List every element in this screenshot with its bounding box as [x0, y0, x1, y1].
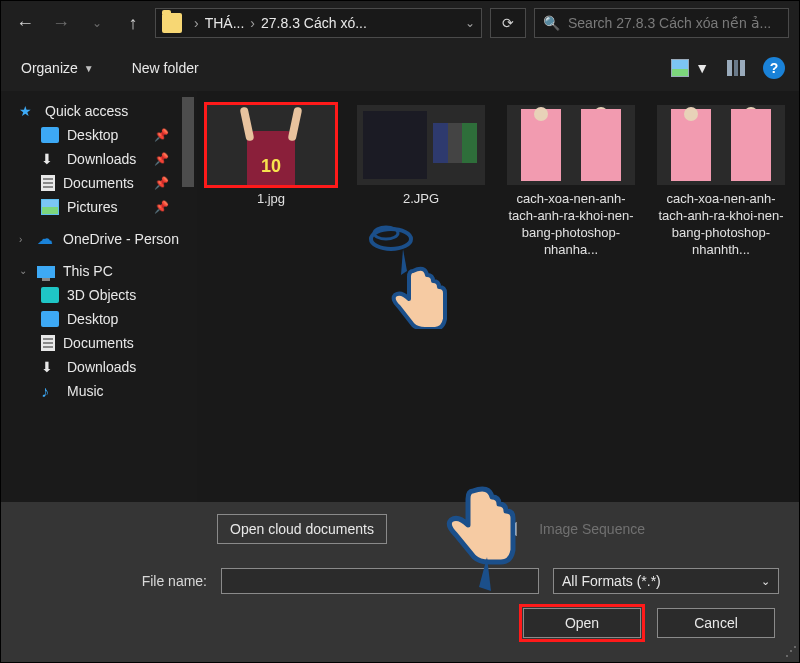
open-button[interactable]: Open: [523, 608, 641, 638]
sidebar-item-downloads[interactable]: Downloads 📌: [1, 147, 197, 171]
chevron-right-icon[interactable]: ›: [19, 234, 29, 245]
nav-tree: ★ Quick access Desktop 📌 Downloads 📌 Doc…: [1, 91, 197, 554]
chevron-right-icon: ›: [194, 15, 199, 31]
resize-grip-icon[interactable]: ⋰: [785, 644, 795, 658]
sidebar-item-documents[interactable]: Documents: [1, 331, 197, 355]
download-icon: [41, 151, 59, 167]
document-icon: [41, 335, 55, 351]
organize-label: Organize: [21, 60, 78, 76]
sidebar-item-quick-access[interactable]: ★ Quick access: [1, 99, 197, 123]
sidebar-item-label: Downloads: [67, 151, 136, 167]
open-cloud-documents-button[interactable]: Open cloud documents: [217, 514, 387, 544]
recent-dropdown[interactable]: ⌄: [83, 9, 111, 37]
view-thumbnails-button[interactable]: ▼: [667, 58, 709, 78]
download-icon: [41, 359, 59, 375]
cancel-button[interactable]: Cancel: [657, 608, 775, 638]
toolbar: Organize ▼ New folder ▼ ?: [1, 45, 799, 91]
search-placeholder: Search 27.8.3 Cách xóa nền ả...: [568, 15, 780, 31]
preview-pane-icon: [727, 60, 745, 76]
sidebar-item-label: Music: [67, 383, 104, 399]
sidebar-scrollbar[interactable]: ▲ ▼: [179, 91, 197, 554]
document-icon: [41, 175, 55, 191]
file-name: 2.JPG: [357, 191, 485, 208]
file-type-select[interactable]: All Formats (*.*) ⌄: [553, 568, 779, 594]
sidebar-item-label: OneDrive - Person: [63, 231, 179, 247]
sidebar-item-label: 3D Objects: [67, 287, 136, 303]
file-thumbnail: [507, 105, 635, 185]
sidebar-item-label: Documents: [63, 175, 134, 191]
chevron-down-icon: ⌄: [761, 575, 770, 588]
chevron-down-icon[interactable]: ⌄: [19, 265, 29, 276]
scroll-thumb[interactable]: [182, 97, 194, 187]
file-name: cach-xoa-nen-anh-tach-anh-ra-khoi-nen-ba…: [507, 191, 635, 259]
sidebar-item-onedrive[interactable]: › OneDrive - Person: [1, 227, 197, 251]
chevron-right-icon: ›: [250, 15, 255, 31]
file-grid: 1.jpg 2.JPG cach-xoa-nen-anh-tach-anh-ra…: [197, 91, 799, 554]
file-item[interactable]: 1.jpg: [207, 105, 335, 259]
sidebar-item-documents[interactable]: Documents 📌: [1, 171, 197, 195]
file-thumbnail: [657, 105, 785, 185]
chevron-down-icon: ▼: [84, 63, 94, 74]
sidebar-item-pictures[interactable]: Pictures 📌: [1, 195, 197, 219]
sidebar-item-desktop[interactable]: Desktop 📌: [1, 123, 197, 147]
desktop-icon: [41, 311, 59, 327]
cloud-icon: [37, 231, 55, 247]
pictures-icon: [41, 199, 59, 215]
star-icon: ★: [19, 103, 37, 119]
image-sequence-checkbox[interactable]: [503, 522, 517, 536]
sidebar-item-music[interactable]: Music: [1, 379, 197, 403]
sidebar-item-desktop[interactable]: Desktop: [1, 307, 197, 331]
chevron-down-icon: ▼: [695, 60, 709, 76]
filename-label: File name:: [21, 573, 207, 589]
file-thumbnail: [357, 105, 485, 185]
forward-button[interactable]: →: [47, 9, 75, 37]
sidebar-item-label: Desktop: [67, 311, 118, 327]
button-label: Open cloud documents: [230, 521, 374, 537]
sidebar-item-label: Downloads: [67, 359, 136, 375]
crumb-segment[interactable]: THÁ...: [205, 15, 245, 31]
button-label: Open: [565, 615, 599, 631]
file-type-value: All Formats (*.*): [562, 573, 661, 589]
new-folder-button[interactable]: New folder: [126, 56, 205, 80]
dialog-footer: Open cloud documents Image Sequence File…: [1, 502, 799, 662]
sidebar-item-label: Quick access: [45, 103, 128, 119]
image-sequence-label: Image Sequence: [539, 521, 645, 537]
refresh-button[interactable]: ⟳: [490, 8, 526, 38]
music-icon: [41, 383, 59, 399]
search-input[interactable]: 🔍 Search 27.8.3 Cách xóa nền ả...: [534, 8, 789, 38]
filename-input[interactable]: [221, 568, 539, 594]
cube-icon: [41, 287, 59, 303]
file-item[interactable]: cach-xoa-nen-anh-tach-anh-ra-khoi-nen-ba…: [657, 105, 785, 259]
sidebar-item-label: Desktop: [67, 127, 118, 143]
search-icon: 🔍: [543, 15, 560, 31]
file-name: cach-xoa-nen-anh-tach-anh-ra-khoi-nen-ba…: [657, 191, 785, 259]
sidebar-item-downloads[interactable]: Downloads: [1, 355, 197, 379]
organize-menu[interactable]: Organize ▼: [15, 56, 100, 80]
breadcrumb[interactable]: › THÁ... › 27.8.3 Cách xó... ⌄: [155, 8, 482, 38]
view-preview-pane-button[interactable]: [727, 60, 745, 76]
file-item[interactable]: 2.JPG: [357, 105, 485, 259]
folder-icon: [162, 13, 182, 33]
back-button[interactable]: ←: [11, 9, 39, 37]
up-button[interactable]: ↑: [119, 9, 147, 37]
file-name: 1.jpg: [207, 191, 335, 208]
file-item[interactable]: cach-xoa-nen-anh-tach-anh-ra-khoi-nen-ba…: [507, 105, 635, 259]
help-button[interactable]: ?: [763, 57, 785, 79]
button-label: Cancel: [694, 615, 738, 631]
pc-icon: [37, 266, 55, 278]
file-thumbnail: [207, 105, 335, 185]
sidebar-item-this-pc[interactable]: ⌄ This PC: [1, 259, 197, 283]
sidebar-item-label: Pictures: [67, 199, 118, 215]
sidebar-item-3d-objects[interactable]: 3D Objects: [1, 283, 197, 307]
new-folder-label: New folder: [132, 60, 199, 76]
crumb-segment[interactable]: 27.8.3 Cách xó...: [261, 15, 367, 31]
address-bar: ← → ⌄ ↑ › THÁ... › 27.8.3 Cách xó... ⌄ ⟳…: [1, 1, 799, 45]
picture-icon: [671, 59, 689, 77]
desktop-icon: [41, 127, 59, 143]
sidebar-item-label: Documents: [63, 335, 134, 351]
chevron-down-icon[interactable]: ⌄: [465, 16, 475, 30]
sidebar-item-label: This PC: [63, 263, 113, 279]
